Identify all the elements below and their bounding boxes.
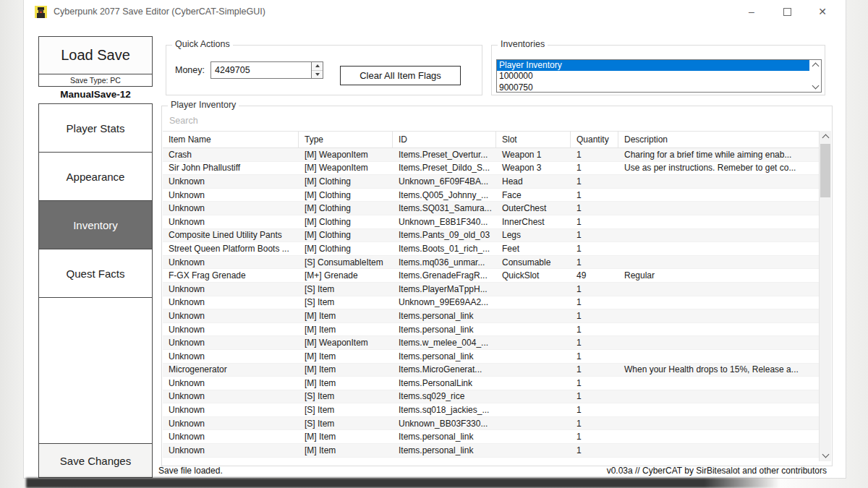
cell-type: [M] Item	[299, 350, 393, 363]
table-row[interactable]: Unknown[M] ClothingUnknown_E8B1F340...In…	[163, 215, 820, 229]
column-header-slot[interactable]: Slot	[496, 132, 571, 147]
cell-item-name: Composite Lined Utility Pants	[163, 229, 299, 242]
save-type-label: Save Type: PC	[38, 74, 153, 87]
table-row[interactable]: Sir John Phallustiff[M] WeaponItemItems.…	[163, 162, 820, 176]
cell-slot	[496, 350, 571, 363]
table-row[interactable]: Unknown[S] ConsumableItemItems.mq036_unm…	[163, 256, 820, 270]
table-row[interactable]: Unknown[S] ItemUnknown_99E69AA2...1	[163, 296, 820, 310]
close-icon[interactable]: ✕	[817, 6, 828, 17]
cell-type: [S] ConsumableItem	[299, 256, 393, 269]
player-inventory-title: Player Inventory	[168, 100, 239, 110]
cell-quantity: 1	[571, 364, 618, 377]
sidebar-item-appearance[interactable]: Appearance	[39, 153, 152, 201]
minimize-icon[interactable]: –	[746, 6, 757, 17]
cell-id: Items.personal_link	[393, 323, 496, 336]
cell-description: When your Health drops to 15%, Release a…	[618, 364, 820, 377]
scroll-up-icon[interactable]	[812, 63, 819, 70]
table-row[interactable]: Unknown[M] ClothingItems.Q005_Johnny_...…	[163, 189, 820, 202]
cell-slot	[496, 323, 571, 336]
cell-id: Items.GrenadeFragR...	[393, 269, 496, 282]
table-row[interactable]: Unknown[S] ItemItems.sq029_rice1	[163, 390, 820, 404]
cell-item-name: Unknown	[163, 430, 299, 443]
cell-quantity: 1	[571, 148, 618, 161]
table-row[interactable]: Microgenerator[M] ItemItems.MicroGenerat…	[163, 364, 820, 377]
cell-description: Regular	[618, 269, 820, 282]
cell-description	[618, 202, 820, 215]
scrollbar-thumb[interactable]	[820, 144, 830, 197]
cell-type: [S] Item	[299, 283, 393, 296]
inventories-scrollbar[interactable]	[809, 60, 821, 92]
cell-quantity: 1	[571, 350, 618, 363]
cell-slot	[496, 336, 571, 349]
cell-slot	[496, 403, 571, 416]
table-row[interactable]: Unknown[S] ItemItems.PlayerMaTppH...1	[163, 283, 820, 296]
scroll-down-icon[interactable]	[812, 82, 819, 90]
table-row[interactable]: Crash[M] WeaponItemItems.Preset_Overtur.…	[163, 148, 820, 162]
column-header-quantity[interactable]: Quantity	[571, 132, 618, 147]
sidebar-item-inventory[interactable]: Inventory	[39, 201, 152, 249]
cell-id: Items.Pants_09_old_03	[393, 229, 496, 242]
cell-description	[618, 296, 820, 309]
column-header-description[interactable]: Description	[618, 132, 820, 147]
table-row[interactable]: Unknown[M] WeaponItemItems.w_melee_004_.…	[163, 336, 820, 350]
table-scrollbar[interactable]	[819, 131, 831, 461]
cell-item-name: Unknown	[163, 390, 299, 403]
money-input[interactable]	[211, 62, 311, 78]
table-row[interactable]: Unknown[M] ClothingUnknown_6F09F4BA...He…	[163, 175, 820, 189]
search-input[interactable]	[168, 114, 388, 128]
cell-description	[618, 189, 820, 202]
money-field-wrap	[210, 61, 323, 79]
cell-quantity: 1	[571, 256, 618, 269]
cell-quantity: 1	[571, 390, 618, 403]
load-save-button[interactable]: Load Save	[38, 36, 153, 74]
cell-slot	[496, 377, 571, 390]
cell-item-name: Unknown	[163, 323, 299, 336]
cell-type: [M] WeaponItem	[299, 336, 393, 349]
table-row[interactable]: Unknown[M] ItemItems.personal_link1	[163, 350, 820, 364]
table-row[interactable]: Street Queen Platform Boots ...[M] Cloth…	[163, 242, 820, 256]
table-row[interactable]: Composite Lined Utility Pants[M] Clothin…	[163, 229, 820, 243]
table-row[interactable]: Unknown[M] ItemItems.personal_link1	[163, 309, 820, 323]
spinner-down-icon[interactable]	[312, 71, 323, 79]
cell-id: Unknown_E8B1F340...	[393, 215, 496, 228]
table-row[interactable]: F-GX Frag Grenade[M+] GrenadeItems.Grena…	[163, 269, 820, 283]
table-row[interactable]: Unknown[M] ItemItems.personal_link1	[163, 430, 820, 444]
table-row[interactable]: Unknown[S] ItemUnknown_BB03F330...1	[163, 417, 820, 431]
sidebar-item-quest-facts[interactable]: Quest Facts	[39, 249, 152, 298]
column-header-item-name[interactable]: Item Name	[163, 132, 299, 147]
maximize-icon[interactable]	[781, 6, 793, 17]
cell-type: [S] Item	[299, 403, 393, 416]
column-header-type[interactable]: Type	[299, 132, 393, 147]
table-row[interactable]: Unknown[M] ClothingItems.SQ031_Samura...…	[163, 202, 820, 215]
cell-slot: Face	[496, 189, 571, 202]
inventory-list-item[interactable]: 9000750	[497, 82, 809, 92]
cell-description	[618, 390, 820, 403]
sidebar-item-player-stats[interactable]: Player Stats	[39, 104, 152, 153]
cell-id: Items.PersonalLink	[393, 377, 496, 390]
table-row[interactable]: Unknown[M] ItemItems.personal_link1	[163, 444, 820, 458]
table-row[interactable]: Unknown[M] ItemItems.personal_link1	[163, 323, 820, 337]
cell-id: Items.SQ031_Samura...	[393, 202, 496, 215]
cell-description	[618, 323, 820, 336]
inventory-list-item[interactable]: Player Inventory	[497, 60, 809, 71]
cell-item-name: Crash	[163, 148, 299, 161]
table-row[interactable]: Unknown[M] ItemItems.PersonalLink1	[163, 377, 820, 390]
spinner-up-icon[interactable]	[312, 62, 323, 71]
scroll-up-icon[interactable]	[820, 131, 831, 143]
cell-slot: Consumable	[496, 256, 571, 269]
player-inventory-group: Player Inventory Item Name Type ID Slot …	[161, 106, 833, 466]
cell-quantity: 1	[571, 242, 618, 255]
scroll-down-icon[interactable]	[820, 449, 831, 461]
table-row[interactable]: Unknown[S] ItemItems.sq018_jackies_...1	[163, 403, 820, 417]
save-changes-button[interactable]: Save Changes	[39, 443, 152, 477]
clear-all-item-flags-button[interactable]: Clear All Item Flags	[340, 66, 461, 85]
cell-slot: Weapon 1	[496, 148, 571, 161]
cell-description	[618, 417, 820, 430]
table-header: Item Name Type ID Slot Quantity Descript…	[163, 131, 820, 148]
cell-type: [M] Clothing	[299, 215, 393, 228]
cell-item-name: Unknown	[163, 350, 299, 363]
cell-slot	[496, 444, 571, 457]
inventory-list-item[interactable]: 1000000	[497, 71, 809, 82]
cell-description	[618, 430, 820, 443]
column-header-id[interactable]: ID	[393, 132, 496, 147]
